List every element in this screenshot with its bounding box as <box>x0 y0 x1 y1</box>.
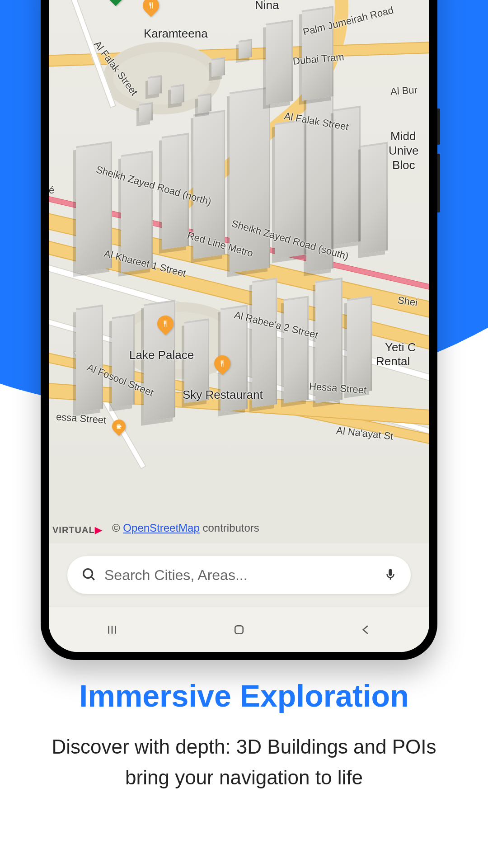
street-label: Al Bur <box>390 84 418 98</box>
phone-screen: Dubai TramDubai TramPalm Jumeirah RoadAl… <box>49 0 429 652</box>
attribution-suffix: contributors <box>202 522 259 534</box>
park-poi-icon[interactable] <box>104 0 127 6</box>
logo-arrow-icon: ▶ <box>95 525 102 535</box>
back-button[interactable] <box>357 621 375 639</box>
poi-label[interactable]: Nina <box>255 0 279 12</box>
copyright-symbol: © <box>112 522 120 534</box>
svg-point-0 <box>84 569 93 578</box>
building-3d <box>239 39 252 59</box>
building-3d <box>171 84 184 104</box>
map-viewport[interactable]: Dubai TramDubai TramPalm Jumeirah RoadAl… <box>49 0 429 543</box>
search-icon <box>81 566 96 584</box>
building-3d <box>361 142 388 254</box>
building-3d <box>198 93 211 113</box>
street-label: essa Street <box>56 411 107 426</box>
building-3d <box>148 75 162 95</box>
poi-label[interactable]: Yeti C <box>385 340 416 354</box>
building-3d <box>347 296 372 394</box>
hero-title: Immersive Exploration <box>0 678 488 713</box>
building-3d <box>211 57 225 77</box>
poi-label[interactable]: Bloc <box>392 158 415 172</box>
marketing-hero: Immersive Exploration Discover with dept… <box>0 678 488 793</box>
search-input[interactable] <box>104 567 384 584</box>
building-3d <box>139 102 153 122</box>
home-button[interactable] <box>230 621 248 639</box>
hero-subtitle: Discover with depth: 3D Buildings and PO… <box>0 731 488 793</box>
search-area <box>49 543 429 607</box>
poi-label[interactable]: Rental <box>376 354 410 368</box>
voice-search-icon[interactable] <box>384 567 397 583</box>
phone-frame: Dubai TramDubai TramPalm Jumeirah RoadAl… <box>41 0 437 660</box>
recent-apps-button[interactable] <box>103 621 121 639</box>
poi-label[interactable]: Sky Restaurant <box>183 388 263 402</box>
phone-side-button <box>437 108 440 145</box>
building-3d <box>266 20 293 105</box>
building-3d <box>284 296 309 403</box>
poi-label[interactable]: Midd <box>390 129 416 143</box>
poi-label[interactable]: Karamteena <box>144 27 208 41</box>
svg-line-1 <box>91 577 94 580</box>
building-3d <box>76 305 103 412</box>
map-attribution: © OpenStreetMap contributors <box>112 522 259 534</box>
poi-label[interactable]: Lake Palace <box>129 348 194 362</box>
street-label: é <box>49 184 54 196</box>
map-provider-logo: VIRTUAL▶ <box>52 524 102 535</box>
phone-side-button <box>437 154 440 212</box>
svg-rect-5 <box>235 626 243 634</box>
osm-link[interactable]: OpenStreetMap <box>123 522 199 534</box>
search-bar[interactable] <box>67 556 411 594</box>
poi-label[interactable]: Unive <box>389 144 418 158</box>
android-nav-bar <box>49 607 429 652</box>
logo-text: VIRTUAL <box>52 525 95 535</box>
